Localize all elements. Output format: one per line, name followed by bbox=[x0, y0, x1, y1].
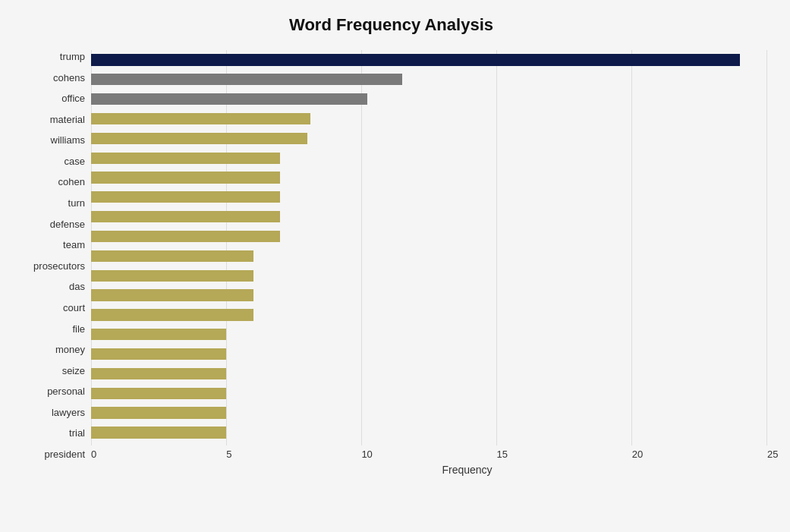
bar-personal bbox=[91, 368, 226, 379]
bar-office bbox=[91, 93, 367, 105]
bar-row bbox=[91, 403, 767, 423]
y-label: cohens bbox=[53, 73, 85, 83]
x-axis-label: Frequency bbox=[91, 464, 767, 476]
bar-row bbox=[91, 227, 767, 247]
bar-row bbox=[91, 187, 767, 207]
chart-area: trumpcohensofficematerialwilliamscasecoh… bbox=[15, 50, 767, 476]
bar-turn bbox=[91, 191, 280, 203]
y-label: prosecutors bbox=[33, 261, 85, 271]
y-label: money bbox=[55, 345, 85, 354]
bar-trump bbox=[91, 54, 740, 65]
bar-row bbox=[91, 305, 767, 325]
bar-row bbox=[91, 345, 767, 364]
y-label: file bbox=[72, 324, 85, 334]
y-label: turn bbox=[68, 198, 85, 208]
bar-row bbox=[91, 207, 767, 227]
bar-defense bbox=[91, 211, 280, 222]
chart-container: Word Frequency Analysis trumpcohensoffic… bbox=[0, 0, 790, 532]
bar-row bbox=[91, 148, 767, 168]
bar-row bbox=[91, 90, 767, 109]
y-label: defense bbox=[50, 219, 85, 229]
y-label: office bbox=[61, 93, 85, 103]
bar-row bbox=[91, 109, 767, 129]
bar-row bbox=[91, 285, 767, 305]
bar-file bbox=[91, 309, 253, 320]
bar-material bbox=[91, 113, 310, 124]
bar-cohen bbox=[91, 172, 280, 183]
y-label: court bbox=[63, 303, 85, 313]
bar-row bbox=[91, 128, 767, 148]
bar-row bbox=[91, 246, 767, 266]
bar-row bbox=[91, 70, 767, 90]
y-label: president bbox=[45, 449, 85, 459]
bar-court bbox=[91, 289, 253, 301]
y-label: team bbox=[63, 240, 85, 250]
bar-row bbox=[91, 325, 767, 345]
y-label: material bbox=[50, 115, 85, 124]
y-axis-labels: trumpcohensofficematerialwilliamscasecoh… bbox=[15, 50, 91, 476]
bar-row bbox=[91, 168, 767, 187]
bar-row bbox=[91, 50, 767, 70]
x-axis: 0510152025 bbox=[91, 445, 767, 462]
bar-trial bbox=[91, 407, 226, 418]
y-label: case bbox=[65, 156, 85, 166]
bar-team bbox=[91, 231, 280, 242]
y-label: das bbox=[69, 282, 85, 291]
y-label: personal bbox=[47, 386, 85, 396]
bars-and-grid: 0510152025 bbox=[91, 50, 767, 462]
bar-row bbox=[91, 423, 767, 442]
y-label: lawyers bbox=[52, 408, 85, 417]
bar-president bbox=[91, 427, 226, 438]
y-label: cohen bbox=[58, 177, 85, 187]
y-label: williams bbox=[51, 135, 86, 145]
bar-lawyers bbox=[91, 388, 226, 399]
bar-williams bbox=[91, 133, 307, 144]
bar-row bbox=[91, 364, 767, 384]
bar-das bbox=[91, 270, 253, 282]
chart-title: Word Frequency Analysis bbox=[15, 15, 767, 35]
bar-prosecutors bbox=[91, 250, 253, 262]
y-label: trial bbox=[69, 428, 85, 438]
bar-seize bbox=[91, 348, 226, 360]
bar-case bbox=[91, 153, 280, 164]
bar-row bbox=[91, 266, 767, 285]
bar-cohens bbox=[91, 74, 402, 85]
y-label: trump bbox=[60, 52, 85, 61]
bar-money bbox=[91, 329, 226, 340]
bar-row bbox=[91, 383, 767, 403]
bars-wrapper bbox=[91, 50, 767, 442]
y-label: seize bbox=[62, 366, 85, 376]
